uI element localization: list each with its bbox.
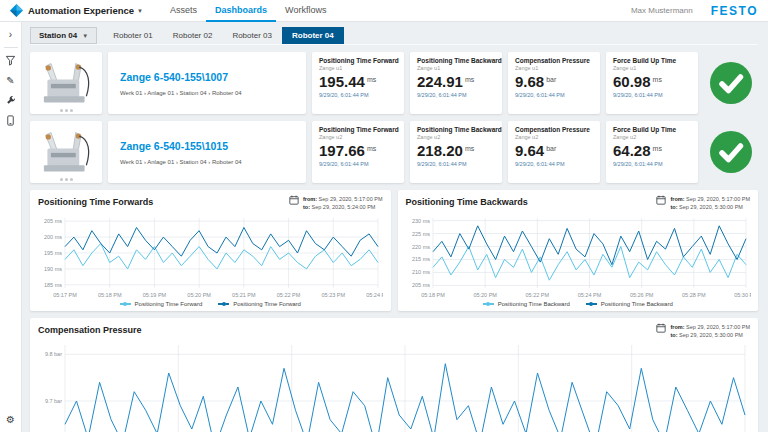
kpi-title: Positioning Time Backward [417,57,495,64]
user-name[interactable]: Max Mustermann [631,6,693,15]
kpi-timestamp: 9/29/20, 6:01:44 PM [613,92,691,98]
series-marker [218,302,229,306]
kpi-value: 64.28ms [613,143,691,158]
legend-item[interactable]: Positioning Time Forward [218,301,301,307]
svg-text:225 ms: 225 ms [411,230,429,236]
legend-item[interactable]: Positioning Time Backward [586,301,673,307]
gripper-image [37,129,95,175]
kpi-card: Positioning Time Forward Zange u1 195.44… [312,52,404,114]
divider [4,47,18,48]
calendar-icon[interactable] [656,323,666,333]
nav-workflows[interactable]: Workflows [276,0,335,22]
tab-roboter-02[interactable]: Roboter 02 [163,27,223,44]
chart-header: Positioning Time Forwards from: Sep 29, … [38,195,383,212]
tab-roboter-03[interactable]: Roboter 03 [222,27,282,44]
expand-sidebar-icon[interactable]: › [2,26,20,43]
tab-roboter-01[interactable]: Roboter 01 [103,27,163,44]
kpi-subtitle: Zange u1 [417,65,495,71]
kpi-subtitle: Zange u2 [613,134,691,140]
top-bar: Automation Experience ▼ Assets Dashboard… [0,0,768,22]
app-logo-icon[interactable] [10,4,23,17]
app-switcher[interactable]: Automation Experience ▼ [28,5,143,16]
kpi-value: 197.66ms [319,143,397,158]
kpi-timestamp: 9/29/20, 6:01:44 PM [319,161,397,167]
mobile-device-icon[interactable] [2,112,20,129]
dashboard-main: Station 04 ▼ Roboter 01 Roboter 02 Robot… [22,22,768,432]
svg-text:05:22 PM: 05:22 PM [277,292,301,298]
legend-item[interactable]: Positioning Time Backward [483,301,570,307]
svg-text:205 ms: 205 ms [411,282,429,288]
kpi-subtitle: Zange u2 [515,134,593,140]
line-chart: 05:17 PM05:18 PM05:19 PM05:20 PM05:21 PM… [38,215,383,299]
kpi-timestamp: 9/29/20, 6:01:44 PM [417,92,495,98]
chevron-down-icon: ▼ [137,8,143,14]
calendar-icon[interactable] [289,195,299,205]
kpi-subtitle: Zange u1 [515,65,593,71]
kpi-subtitle: Zange u1 [319,65,397,71]
tab-roboter-04[interactable]: Roboter 04 [282,27,344,44]
nav-dashboards[interactable]: Dashboards [206,0,276,22]
station-selector[interactable]: Station 04 ▼ [30,27,97,44]
legend-label: Positioning Time Forward [135,301,203,307]
kpi-subtitle: Zange u2 [417,134,495,140]
kpi-title: Positioning Time Backward [417,126,495,133]
kpi-unit: ms [367,145,376,152]
kpi-card: Positioning Time Backward Zange u1 224.9… [410,52,502,114]
kpi-subtitle: Zange u2 [319,134,397,140]
charts-row: Positioning Time Forwards from: Sep 29, … [30,190,758,311]
svg-text:230 ms: 230 ms [411,217,429,223]
gripper-image [37,60,95,106]
carousel-dots[interactable] [30,109,102,112]
kpi-unit: ms [653,145,662,152]
date-range-text: from: Sep 29, 2020, 5:17:00 PM to: Sep 2… [670,323,750,340]
station-label: Station 04 [39,31,77,40]
kpi-value: 9.68bar [515,74,593,89]
kpi-timestamp: 9/29/20, 6:01:44 PM [515,161,593,167]
station-tab-bar: Station 04 ▼ Roboter 01 Roboter 02 Robot… [30,27,758,45]
svg-text:200 ms: 200 ms [44,234,62,240]
chart-legend: Positioning Time Backward Positioning Ti… [406,299,751,309]
chart-legend: Positioning Time Forward Positioning Tim… [38,299,383,309]
kpi-card: Compensation Pressure Zange u2 9.64bar 9… [508,121,600,183]
chart-title: Positioning Time Backwards [406,195,528,207]
chart-header: Compensation Pressure from: Sep 29, 2020… [38,323,750,340]
wrench-icon[interactable] [2,92,20,109]
status-ok-icon [704,52,758,114]
kpi-value: 9.64bar [515,143,593,158]
device-name-link[interactable]: Zange 6-540-155\1015 [120,140,294,152]
festo-logo: FESTO [711,4,758,18]
device-image-card[interactable] [30,52,102,114]
kpi-card: Compensation Pressure Zange u1 9.68bar 9… [508,52,600,114]
kpi-card: Force Build Up Time Zange u2 64.28ms 9/2… [606,121,698,183]
calendar-icon[interactable] [656,195,666,205]
settings-gear-icon[interactable]: ⚙ [2,411,20,428]
svg-text:05:24 PM: 05:24 PM [366,292,383,298]
svg-text:05:30 PM: 05:30 PM [734,292,751,298]
kpi-title: Positioning Time Forward [319,126,397,133]
carousel-dots[interactable] [30,178,102,181]
svg-text:05:20 PM: 05:20 PM [187,292,211,298]
svg-text:220 ms: 220 ms [411,243,429,249]
kpi-title: Force Build Up Time [613,57,691,64]
kpi-subtitle: Zange u1 [613,65,691,71]
chart-title: Positioning Time Forwards [38,195,153,207]
nav-assets[interactable]: Assets [161,0,206,22]
svg-text:185 ms: 185 ms [44,281,62,287]
status-ok-icon [704,121,758,183]
svg-text:05:26 PM: 05:26 PM [629,292,653,298]
series-marker [483,302,494,306]
svg-text:05:21 PM: 05:21 PM [232,292,256,298]
filter-icon[interactable] [2,52,20,69]
legend-item[interactable]: Positioning Time Forward [120,301,203,307]
device-name-link[interactable]: Zange 6-540-155\1007 [120,71,294,83]
chart-compensation-pressure: Compensation Pressure from: Sep 29, 2020… [30,318,758,432]
device-image-card[interactable] [30,121,102,183]
kpi-value: 60.98ms [613,74,691,89]
kpi-title: Force Build Up Time [613,126,691,133]
kpi-title: Compensation Pressure [515,126,593,133]
svg-text:05:22 PM: 05:22 PM [525,292,549,298]
edit-pencil-icon[interactable]: ✎ [2,72,20,89]
legend-label: Positioning Time Forward [233,301,301,307]
kpi-unit: ms [465,76,474,83]
svg-text:05:19 PM: 05:19 PM [143,292,167,298]
